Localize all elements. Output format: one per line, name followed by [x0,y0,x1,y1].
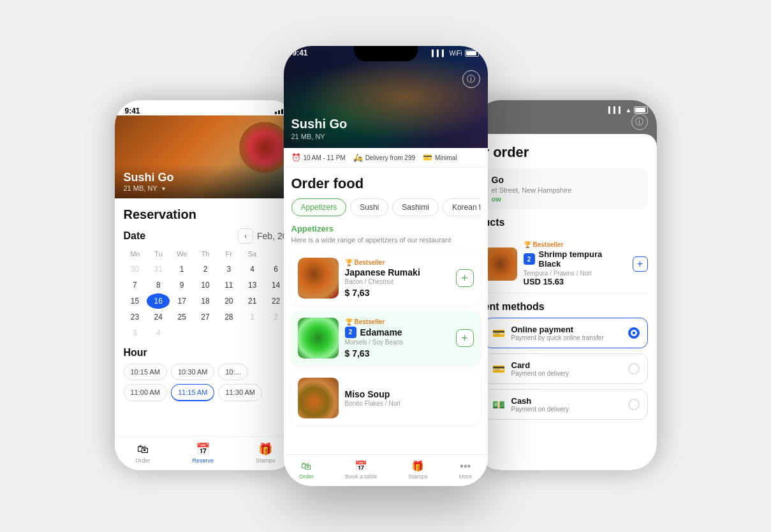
food-info-japanese-rumaki: 🏆 Bestseller Japanese Rumaki Bacon / Che… [345,259,450,298]
time-slot-1015[interactable]: 10:15 AM [124,364,167,380]
table-row[interactable]: 27 [194,309,217,325]
food-image-miso-soup [298,378,339,418]
tab-sashimi[interactable]: Sashimi [392,198,439,216]
table-row[interactable]: 8 [147,277,170,293]
table-row[interactable]: 25 [170,309,193,325]
day-tue: Tu [147,249,170,259]
nav-reserve[interactable]: 📅 Reserve [192,442,214,464]
calendar-header: Mn Tu We Th Fr Sa [124,249,288,259]
table-row[interactable]: 4 [241,262,264,277]
online-payment-desc: Payment by quick online transfer [511,334,628,341]
stamps-nav-label: Stamps [408,473,428,480]
bestseller-badge-2: 🏆 Bestseller [345,318,450,325]
table-row[interactable]: 28 [217,309,240,325]
table-row[interactable]: 31 [147,262,170,277]
day-wed: We [170,249,194,259]
order-item-desc: Tempura / Prawns / Nori [524,270,626,277]
table-row[interactable]: 4 [147,325,170,341]
table-row[interactable]: 18 [194,293,217,309]
reservation-title: Reservation [124,207,288,222]
table-row[interactable]: 13 [241,277,264,293]
cash-payment-radio[interactable] [628,399,640,410]
more-nav-icon: ••• [460,461,471,472]
card-icon-small: 💳 [423,153,432,162]
table-row[interactable]: 24 [147,309,170,325]
center-nav-more[interactable]: ••• More [459,461,472,480]
trophy-icon: 🏆 [345,259,353,266]
food-price-2: $ 7,63 [345,348,450,358]
time-slot-1115[interactable]: 11:15 AM [171,384,214,401]
clock-icon: ⏰ [291,153,301,162]
center-status-icons: ▍▍▍ WiFi [432,50,479,57]
order-item-image [484,248,517,281]
payment-option-online[interactable]: 💳 Online payment Payment by quick online… [484,318,648,348]
center-time: 9:41 [293,48,308,57]
table-row[interactable]: 30 [124,262,147,277]
table-row[interactable]: 11 [217,277,240,293]
time-slot-10x[interactable]: 10:... [218,364,247,380]
tab-appetizers[interactable]: Appetizers [291,198,347,216]
time-slot-1100[interactable]: 11:00 AM [124,384,167,401]
tab-korean-food[interactable]: Korean foo [443,198,480,216]
order-item-details: 🏆 Bestseller 2 Shrimp tempura Black Temp… [524,241,626,286]
time-slot-1030[interactable]: 10:30 AM [171,364,214,380]
card-payment-radio[interactable] [628,363,640,374]
right-battery-fill [635,108,645,112]
table-row[interactable]: 23 [124,309,147,325]
prev-month-button[interactable]: ‹ [238,228,253,244]
wifi-icon: WiFi [450,50,462,57]
add-edamame-button[interactable]: + [456,329,474,347]
left-time: 9:41 [125,107,140,115]
center-hero-image: 9:41 ▍▍▍ WiFi ⓘ Sushi Go 21 MB, NY [284,46,488,148]
right-restaurant-address: et Street, New Hampshire [492,186,640,194]
cash-payment-desc: Payment on delivery [511,406,628,413]
time-slot-1130[interactable]: 11:30 AM [218,384,261,401]
table-row[interactable]: 3 [217,262,240,277]
table-row[interactable]: 16 [147,293,170,309]
center-nav-order[interactable]: 🛍 Order [299,461,314,480]
right-wifi-icon: ▲ [626,107,632,114]
table-row[interactable]: 15 [124,293,147,309]
table-row[interactable]: 9 [170,277,193,293]
order-food-section: Order food Appetizers Sushi Sashimi Kore… [284,168,488,454]
minimal-text: Minimal [435,154,457,161]
date-label: Date [124,230,146,242]
cash-payment-icon: 💵 [492,399,505,411]
table-row[interactable]: 21 [241,293,264,309]
left-restaurant-name: Sushi Go [124,171,288,184]
food-name-2: Edamame [360,327,402,337]
products-section-title: ucts [484,217,648,228]
tab-sushi[interactable]: Sushi [350,198,388,216]
online-payment-radio[interactable] [628,327,640,339]
table-row[interactable]: 2 [194,262,217,277]
nav-order[interactable]: 🛍 Order [135,443,150,464]
table-row[interactable]: 10 [194,277,217,293]
right-battery-icon [634,107,648,114]
stamps-label: Stamps [256,457,275,464]
table-row[interactable]: 20 [217,293,240,309]
payment-option-cash[interactable]: 💵 Cash Payment on delivery [484,389,648,420]
payment-option-card[interactable]: 💳 Card Payment on delivery [484,353,648,384]
payment-methods-title: ent methods [484,301,648,313]
add-japanese-rumaki-button[interactable]: + [456,269,474,287]
nav-stamps[interactable]: 🎁 Stamps [256,442,275,464]
edamame-name-row: 2 Edamame [345,327,450,338]
table-row[interactable]: 17 [170,293,193,309]
order-food-title: Order food [291,175,480,192]
table-row[interactable]: 3 [124,325,147,341]
signal-bar-3 [281,109,283,114]
trophy-icon-right: 🏆 [524,241,531,248]
table-row[interactable]: 7 [124,277,147,293]
restaurant-info-button[interactable]: ⓘ [462,70,480,88]
day-sat: Sa [240,249,264,259]
center-nav-book[interactable]: 📅 Book a table [345,460,377,480]
add-order-item-button[interactable]: + [633,256,648,272]
delivery-text: Delivery from 299 [365,154,415,161]
table-row[interactable]: 1 [170,262,193,277]
left-restaurant-location: 21 MB, NY ▾ [124,184,288,192]
center-nav-stamps[interactable]: 🎁 Stamps [408,460,428,480]
right-info-icon[interactable]: ⓘ [631,114,648,130]
time-slots: 10:15 AM 10:30 AM 10:... 11:00 AM 11:15 … [124,364,288,401]
table-row[interactable]: 1 [241,309,264,325]
left-content: Sushi Go 21 MB, NY ▾ Reservation Date ‹ … [115,115,297,470]
